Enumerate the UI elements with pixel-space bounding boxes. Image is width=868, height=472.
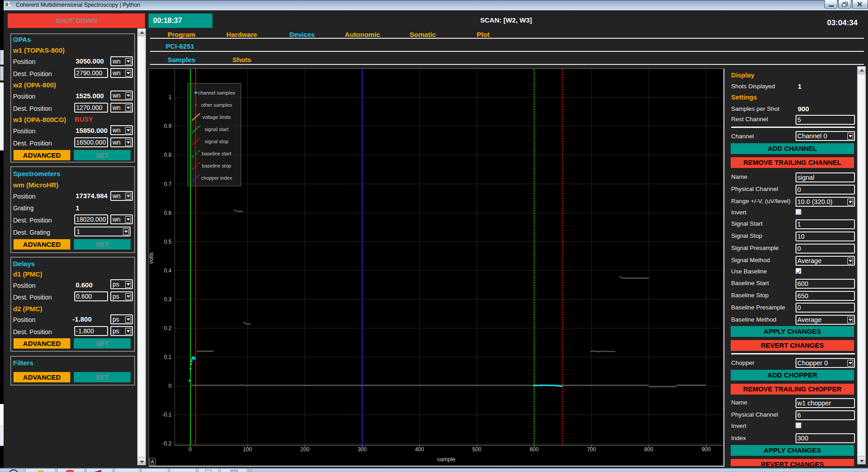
svg-text:baseline stop: baseline stop xyxy=(202,163,231,168)
svg-text:other samples: other samples xyxy=(201,102,232,108)
svg-text:0: 0 xyxy=(189,446,192,453)
svg-text:signal start: signal start xyxy=(204,127,228,132)
svg-text:0.9: 0.9 xyxy=(164,123,172,129)
svg-text:volts: volts xyxy=(149,252,154,264)
svg-text:0.4: 0.4 xyxy=(164,268,172,274)
svg-text:-0.1: -0.1 xyxy=(162,412,172,418)
svg-text:0.2: 0.2 xyxy=(164,325,172,331)
svg-text:200: 200 xyxy=(300,446,309,453)
svg-text:0: 0 xyxy=(168,383,172,389)
svg-text:400: 400 xyxy=(415,446,424,453)
svg-text:500: 500 xyxy=(472,446,481,453)
svg-text:1: 1 xyxy=(168,94,172,100)
svg-text:300: 300 xyxy=(357,446,366,453)
svg-text:-0.2: -0.2 xyxy=(162,440,172,447)
svg-text:sample: sample xyxy=(437,456,455,463)
svg-text:0.1: 0.1 xyxy=(164,354,172,360)
svg-text:baseline start: baseline start xyxy=(202,151,231,156)
svg-text:0.6: 0.6 xyxy=(164,210,172,216)
svg-text:chopper index: chopper index xyxy=(201,175,232,181)
svg-text:700: 700 xyxy=(587,446,596,453)
svg-text:0.7: 0.7 xyxy=(164,181,172,187)
svg-text:A: A xyxy=(151,459,154,464)
svg-text:800: 800 xyxy=(644,446,653,453)
svg-text:600: 600 xyxy=(529,446,538,453)
svg-text:100: 100 xyxy=(243,446,252,453)
svg-text:0.3: 0.3 xyxy=(164,296,172,303)
svg-text:channel samples: channel samples xyxy=(198,90,235,95)
svg-text:900: 900 xyxy=(701,446,710,453)
svg-text:voltage limits: voltage limits xyxy=(202,114,231,120)
svg-text:signal stop: signal stop xyxy=(205,139,229,144)
svg-text:0.5: 0.5 xyxy=(164,239,172,245)
svg-text:0.8: 0.8 xyxy=(164,152,172,158)
